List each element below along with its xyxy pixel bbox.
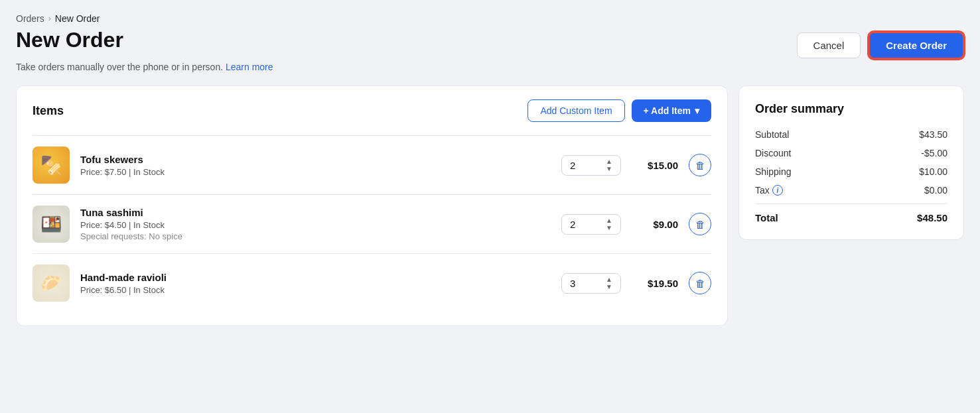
header-actions: Cancel Create Order [797,32,964,59]
item-info-tuna: Tuna sashimi Price: $4.50 | In Stock Spe… [80,207,551,241]
breadcrumb-current: New Order [55,13,100,24]
table-row: 🍱 Tuna sashimi Price: $4.50 | In Stock S… [33,194,711,253]
tax-info-icon[interactable]: i [772,185,783,196]
item-name: Hand-made ravioli [80,272,551,283]
quantity-value: 2 [570,160,575,171]
shipping-value: $10.00 [919,166,947,177]
item-image-tuna: 🍱 [33,206,70,243]
item-name: Tofu skewers [80,154,551,165]
item-info-tofu: Tofu skewers Price: $7.50 | In Stock [80,154,551,177]
breadcrumb: Orders › New Order [16,13,964,24]
delete-item-button[interactable]: 🗑 [689,154,711,176]
create-order-button[interactable]: Create Order [869,32,964,59]
quantity-control[interactable]: 3 ▲ ▼ [561,273,621,294]
summary-divider [755,204,947,204]
trash-icon: 🗑 [695,160,705,171]
table-row: 🍢 Tofu skewers Price: $7.50 | In Stock 2… [33,135,711,194]
page-title: New Order [16,28,123,52]
item-image-tofu: 🍢 [33,147,70,184]
quantity-value: 2 [570,219,575,230]
summary-title: Order summary [755,102,947,116]
item-price: $19.50 [632,278,678,289]
quantity-up-icon[interactable]: ▲ [606,158,612,165]
quantity-down-icon[interactable]: ▼ [606,284,612,290]
total-value: $48.50 [917,212,947,223]
item-price: $9.00 [632,219,678,230]
items-title: Items [33,104,64,118]
order-summary-panel: Order summary Subtotal $43.50 Discount -… [738,86,964,240]
add-item-label: + Add Item [644,105,691,116]
quantity-down-icon[interactable]: ▼ [606,225,612,231]
total-label: Total [755,212,778,223]
quantity-arrows[interactable]: ▲ ▼ [606,158,612,172]
summary-subtotal-row: Subtotal $43.50 [755,129,947,140]
breadcrumb-orders[interactable]: Orders [16,13,44,24]
summary-total-row: Total $48.50 [755,212,947,223]
item-name: Tuna sashimi [80,207,551,218]
items-header: Items Add Custom Item + Add Item ▾ [33,99,711,122]
item-special-request: Special requests: No spice [80,231,551,241]
summary-tax-row: Tax i $0.00 [755,185,947,196]
page-header: New Order Cancel Create Order [16,28,964,59]
item-meta: Price: $4.50 | In Stock [80,220,551,230]
quantity-control[interactable]: 2 ▲ ▼ [561,155,621,176]
tax-label-group: Tax i [755,185,783,196]
item-price: $15.00 [632,160,678,171]
item-meta: Price: $6.50 | In Stock [80,285,551,295]
quantity-up-icon[interactable]: ▲ [606,217,612,224]
subtotal-label: Subtotal [755,129,789,140]
tofu-emoji: 🍢 [40,155,62,176]
breadcrumb-chevron-icon: › [48,14,51,23]
quantity-arrows[interactable]: ▲ ▼ [606,217,612,231]
item-image-ravioli: 🥟 [33,265,70,302]
item-meta: Price: $7.50 | In Stock [80,167,551,177]
quantity-up-icon[interactable]: ▲ [606,276,612,283]
trash-icon: 🗑 [695,278,705,289]
add-custom-item-button[interactable]: Add Custom Item [527,99,624,122]
item-info-ravioli: Hand-made ravioli Price: $6.50 | In Stoc… [80,272,551,295]
subtotal-value: $43.50 [919,129,947,140]
items-panel: Items Add Custom Item + Add Item ▾ 🍢 Tof… [16,86,728,326]
discount-value: -$5.00 [921,148,947,158]
main-content: Items Add Custom Item + Add Item ▾ 🍢 Tof… [16,86,964,326]
trash-icon: 🗑 [695,219,705,230]
items-actions: Add Custom Item + Add Item ▾ [527,99,711,122]
quantity-down-icon[interactable]: ▼ [606,166,612,172]
summary-shipping-row: Shipping $10.00 [755,166,947,177]
tax-label: Tax [755,185,770,196]
discount-label: Discount [755,148,791,158]
quantity-value: 3 [570,278,575,289]
tuna-emoji: 🍱 [40,214,62,235]
quantity-arrows[interactable]: ▲ ▼ [606,276,612,290]
learn-more-link[interactable]: Learn more [226,62,273,72]
tax-value: $0.00 [924,185,947,196]
shipping-label: Shipping [755,166,792,177]
add-item-button[interactable]: + Add Item ▾ [632,99,711,122]
delete-item-button[interactable]: 🗑 [689,272,711,294]
delete-item-button[interactable]: 🗑 [689,213,711,235]
ravioli-emoji: 🥟 [40,273,62,294]
chevron-down-icon: ▾ [695,105,699,116]
cancel-button[interactable]: Cancel [797,32,861,58]
summary-discount-row: Discount -$5.00 [755,148,947,158]
quantity-control[interactable]: 2 ▲ ▼ [561,214,621,235]
subtitle: Take orders manually over the phone or i… [16,62,964,72]
table-row: 🥟 Hand-made ravioli Price: $6.50 | In St… [33,253,711,312]
